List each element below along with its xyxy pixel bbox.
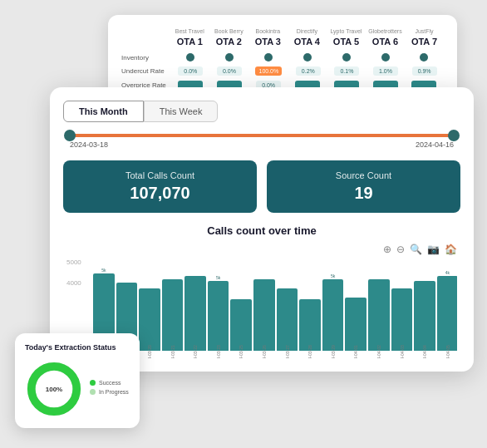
ota-sub-6: Globetrotters	[368, 28, 401, 35]
legend-inprogress-dot	[90, 389, 96, 395]
ota-col-1: Best Travel OTA 1	[170, 28, 209, 47]
bar	[391, 288, 413, 351]
ota-col-3: Bookintra OTA 3	[248, 28, 288, 47]
y-label-5000: 5000	[66, 258, 81, 266]
bar-group: 5k2024-03-29	[322, 273, 344, 358]
ota-sub-7: JustFly	[415, 28, 433, 35]
bar	[345, 298, 366, 351]
bar-group: 5k2024-03-23	[208, 275, 229, 358]
donut-card: Today's Extraction Status 100% Success I…	[15, 333, 140, 428]
inventory-label: Inventory	[121, 54, 171, 62]
ota-sub-2: Book Berry	[214, 28, 244, 35]
bar	[230, 299, 252, 351]
legend-success-dot	[90, 380, 96, 386]
slider-dates: 2024-03-18 2024-04-16	[70, 140, 454, 149]
bar-date-label: 2024-04-03	[399, 345, 404, 358]
main-dashboard-card: This Month This Week 2024-03-18 2024-04-…	[50, 87, 474, 372]
undercut-badge-1: 0.0%	[178, 66, 203, 76]
zoom-in-icon[interactable]: ⊕	[383, 244, 391, 255]
bar-date-label: 2024-04-04	[422, 345, 427, 358]
bar-group: 2024-04-04	[414, 280, 435, 358]
bar-date-label: 2024-03-20	[147, 345, 152, 358]
ota-header: Best Travel OTA 1 Book Berry OTA 2 Booki…	[121, 28, 444, 47]
undercut-badge-2: 0.0%	[217, 66, 242, 76]
slider-track[interactable]	[70, 134, 454, 137]
inventory-row: Inventory	[121, 53, 444, 62]
chart-controls: ⊕ ⊖ 🔍 📷 🏠	[66, 244, 457, 255]
undercut-label: Undercut Rate	[121, 67, 171, 76]
total-calls-card: Total Calls Count 107,070	[63, 160, 257, 213]
ota-col-4: Directify OTA 4	[288, 28, 327, 47]
legend-inprogress: In Progress	[90, 389, 129, 395]
bar	[437, 276, 457, 351]
tab-row: This Month This Week	[63, 101, 460, 122]
bar	[139, 288, 160, 351]
ota-label-6: OTA 6	[372, 37, 398, 47]
ota-label-7: OTA 7	[411, 37, 437, 47]
source-count-card: Source Count 19	[267, 160, 460, 213]
dot-3	[264, 53, 273, 62]
bar	[299, 299, 321, 351]
bar	[184, 276, 206, 351]
legend-inprogress-label: In Progress	[99, 389, 129, 395]
bar-date-label: 2024-04-02	[376, 345, 381, 358]
ota-col-5: Lypto Travel OTA 5	[327, 28, 366, 47]
source-count-label: Source Count	[280, 170, 447, 180]
ota-sub-4: Directify	[297, 28, 317, 35]
bar	[368, 279, 390, 351]
tab-this-month[interactable]: This Month	[63, 101, 144, 122]
chart-title: Calls count over time	[66, 224, 457, 237]
ota-sub-1: Best Travel	[175, 28, 204, 35]
donut-container: 100% Success In Progress	[25, 360, 130, 418]
tab-this-week[interactable]: This Week	[144, 101, 219, 122]
bar-group: 4k2024-04-05	[437, 270, 457, 358]
bar-group: 2024-04-02	[368, 278, 390, 358]
undercut-badge-6: 1.0%	[373, 66, 398, 76]
donut-legend: Success In Progress	[90, 380, 129, 398]
search-icon[interactable]: 🔍	[410, 244, 422, 255]
dot-6	[381, 53, 390, 62]
bar-date-label: 2024-03-26	[262, 345, 267, 358]
home-icon[interactable]: 🏠	[445, 244, 457, 255]
stats-row: Total Calls Count 107,070 Source Count 1…	[63, 160, 460, 213]
undercut-badge-5: 0.1%	[334, 66, 359, 76]
ota-label-5: OTA 5	[333, 37, 359, 47]
bar	[277, 288, 298, 351]
bar-group: 2024-03-28	[299, 298, 321, 358]
dot-4	[303, 53, 312, 62]
legend-success-label: Success	[99, 380, 121, 386]
ota-label-2: OTA 2	[216, 37, 242, 47]
bar-group: 2024-03-26	[253, 278, 275, 358]
bar-date-label: 2024-04-05	[445, 345, 450, 358]
zoom-out-icon[interactable]: ⊖	[396, 244, 405, 255]
ota-sub-5: Lypto Travel	[330, 28, 362, 35]
slider-start-date: 2024-03-18	[70, 140, 108, 149]
bar	[322, 279, 344, 351]
undercut-badges: 0.0% 0.0% 100.0% 0.2% 0.1% 1.0% 0.9%	[171, 66, 444, 76]
bar-group: 2024-03-27	[277, 288, 298, 358]
bar-date-label: 2024-03-22	[193, 345, 198, 358]
bar-num: 5k	[216, 275, 220, 280]
bar-group: 2024-03-22	[184, 275, 206, 358]
bar-group: 2024-04-01	[345, 297, 366, 358]
bar	[253, 279, 275, 351]
ota-col-2: Book Berry OTA 2	[209, 28, 248, 47]
slider-thumb-right[interactable]	[448, 130, 460, 141]
bar-num: 4k	[445, 270, 450, 275]
dot-1	[186, 53, 194, 62]
inventory-dots	[171, 53, 444, 62]
ota-label-3: OTA 3	[255, 37, 281, 47]
bar	[162, 279, 184, 351]
bar-date-label: 2024-03-29	[331, 345, 336, 358]
undercut-row: Undercut Rate 0.0% 0.0% 100.0% 0.2% 0.1%…	[121, 66, 444, 76]
bar-date-label: 2024-03-28	[307, 345, 312, 358]
bar-date-label: 2024-03-27	[284, 345, 289, 358]
camera-icon[interactable]: 📷	[427, 244, 440, 255]
date-range-slider[interactable]: 2024-03-18 2024-04-16	[63, 134, 460, 149]
ota-sub-3: Bookintra	[256, 28, 281, 35]
slider-end-date: 2024-04-16	[416, 140, 454, 149]
bar	[414, 281, 435, 351]
bar-group: 2024-03-25	[230, 298, 252, 358]
bar-date-label: 2024-03-25	[239, 345, 244, 358]
slider-thumb-left[interactable]	[64, 130, 76, 141]
